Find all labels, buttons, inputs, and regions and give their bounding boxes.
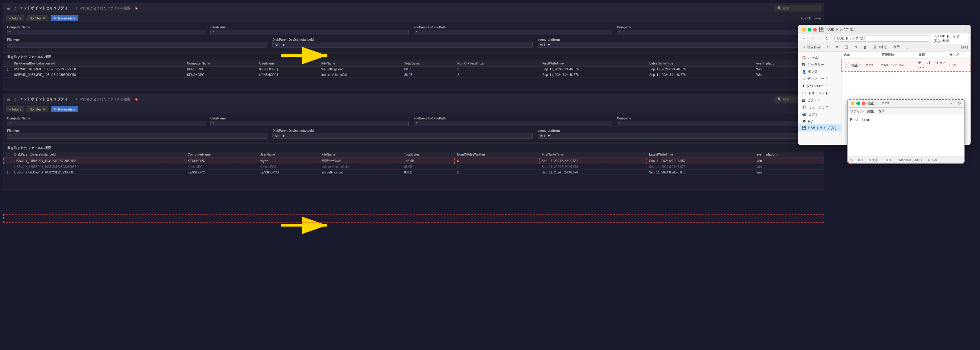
parameters-btn-top[interactable]: ⚙ Parameters bbox=[51, 15, 78, 21]
th-user-top[interactable]: UserName bbox=[257, 61, 319, 67]
filename-value-bottom[interactable]: * bbox=[414, 121, 612, 126]
notepad-edit-menu[interactable]: 編集 bbox=[867, 109, 874, 113]
close-button[interactable] bbox=[813, 28, 817, 32]
sidebar-item-music[interactable]: 🎵 ミュージック bbox=[798, 104, 841, 111]
disk-select-top[interactable]: ALL ▼ bbox=[272, 42, 533, 48]
rename-button[interactable]: ✎ bbox=[853, 45, 859, 50]
forward-button[interactable]: → bbox=[809, 35, 816, 42]
th-disk-top[interactable]: DiskParentDeviceInstanceId bbox=[11, 61, 185, 67]
col-type-header[interactable]: 種類 bbox=[919, 53, 950, 57]
th-latest-write-top[interactable]: LatestWriteTime bbox=[647, 61, 754, 67]
th-first-write-top[interactable]: FirstWriteTime bbox=[540, 61, 647, 67]
sidebar-item-pictures[interactable]: 🖼 ピクチャ bbox=[798, 97, 841, 104]
notepad-view-menu[interactable]: 表示 bbox=[878, 109, 885, 113]
notepad-close-button[interactable] bbox=[862, 102, 865, 105]
filename-value-top[interactable]: * bbox=[414, 30, 612, 35]
row-menu-icon[interactable]: ⋮ bbox=[4, 158, 12, 164]
th-latest-write-bottom[interactable]: LatestWriteTime bbox=[646, 152, 754, 158]
col-name-header[interactable]: 名前 bbox=[844, 53, 881, 57]
disk-select-bottom[interactable]: ALL ▼ bbox=[272, 133, 533, 139]
up-button[interactable]: ↑ bbox=[818, 35, 822, 42]
notepad-settings-icon[interactable]: ⚙ bbox=[958, 101, 961, 105]
back-button[interactable]: ← bbox=[801, 35, 807, 42]
event-platform-select-bottom[interactable]: ALL ▼ bbox=[538, 133, 798, 139]
notepad-content[interactable]: Best line bbox=[848, 115, 964, 155]
row-menu-icon[interactable]: ⋮ bbox=[3, 72, 11, 78]
table-row[interactable]: ⋮ USB\VID_04B8&PID_1031\23122393050058 K… bbox=[3, 67, 824, 72]
table-row[interactable]: ⋮ USB\VID_04B8&PID_1031\23122393050058 K… bbox=[3, 72, 824, 78]
filters-toggle-top[interactable]: ≡ Filters bbox=[6, 15, 24, 21]
th-filename-top[interactable]: FileName bbox=[319, 61, 402, 67]
notepad-max-button[interactable] bbox=[856, 102, 860, 105]
event-platform-select-top[interactable]: ALL ▼ bbox=[538, 42, 798, 48]
sidebar-item-gallery[interactable]: 🖼 ギャラリー bbox=[798, 61, 841, 68]
delete-button[interactable]: 🗑 bbox=[862, 45, 869, 50]
col-size-header[interactable]: サイズ bbox=[950, 53, 968, 57]
filetype-value-top[interactable]: * bbox=[7, 42, 267, 48]
filetype-value-bottom[interactable]: * bbox=[7, 133, 267, 139]
bookmark-icon-bottom[interactable]: 🔖 bbox=[134, 97, 138, 101]
sidebar-item-desktop[interactable]: 🖥 デスクトップ bbox=[798, 75, 841, 82]
view-button[interactable]: 表示 bbox=[891, 44, 902, 50]
th-computer-bottom[interactable]: ComputerName bbox=[185, 152, 257, 158]
notepad-expand-icon[interactable]: ＋ bbox=[949, 101, 953, 106]
company-value-bottom[interactable]: * bbox=[617, 121, 815, 126]
explorer-search[interactable]: 🔍 USB ドライブ (D:)の検索 bbox=[931, 33, 968, 44]
notepad-file-menu[interactable]: ファイル bbox=[850, 109, 864, 113]
th-filename-bottom[interactable]: FileName bbox=[319, 152, 402, 158]
file-row-confidential[interactable]: 📄 機密データ.txt 2024/09/11 9:28 テキスト ドキュメント … bbox=[842, 59, 970, 72]
th-platform-bottom[interactable]: event_platform bbox=[754, 152, 824, 158]
table-row[interactable]: ⋮ USB\VID_04B8&PID_1031\23122393050058 K… bbox=[4, 170, 824, 175]
no-filter-btn-top[interactable]: No filter ▼ bbox=[27, 15, 48, 21]
param-computer-top: ComputerName * bbox=[7, 26, 210, 35]
th-computer-top[interactable]: ComputerName bbox=[185, 61, 257, 67]
new-button[interactable]: ＋ 新規作成 bbox=[801, 44, 822, 50]
th-num-bottom[interactable]: NumOfFilesWritten bbox=[454, 152, 539, 158]
cut-button[interactable]: ✂ bbox=[825, 45, 831, 50]
maximize-button[interactable] bbox=[808, 28, 811, 32]
more-button[interactable]: … bbox=[904, 45, 911, 50]
th-user-bottom[interactable]: UserName bbox=[257, 152, 319, 158]
search-input-top[interactable] bbox=[783, 6, 820, 10]
row-user: Miyoz bbox=[257, 158, 319, 164]
sidebar-item-pc[interactable]: 💻 PC bbox=[798, 118, 841, 125]
sidebar-item-video[interactable]: 📹 ビデオ bbox=[798, 111, 841, 118]
computer-value-bottom[interactable]: * bbox=[7, 121, 205, 126]
username-value-bottom[interactable]: * bbox=[210, 121, 409, 126]
table-body-top: ⋮ USB\VID_04B8&PID_1031\23122393050058 K… bbox=[3, 67, 824, 78]
th-first-write-bottom[interactable]: FirstWriteTime bbox=[539, 152, 646, 158]
search-box-top[interactable]: 🔍 bbox=[775, 5, 821, 11]
notepad-min-button[interactable] bbox=[851, 102, 854, 105]
sidebar-item-documents[interactable]: 📄 ドキュメント bbox=[798, 89, 841, 97]
copy-button[interactable]: ⧉ bbox=[834, 45, 840, 50]
table-row[interactable]: ⋮ USB\VID_04B8&PID_1031\23122393050058 K… bbox=[4, 158, 824, 164]
company-value-top[interactable]: * bbox=[617, 30, 815, 35]
sidebar-item-usb[interactable]: 💾 USB ドライブ (D:) bbox=[798, 125, 841, 131]
minimize-button[interactable] bbox=[802, 28, 806, 32]
th-num-top[interactable]: NumOfFilesWritten bbox=[455, 61, 540, 67]
col-date-header[interactable]: 更新日時 bbox=[881, 53, 919, 57]
row-num: 6 bbox=[454, 158, 539, 164]
sidebar-item-home[interactable]: 🏠 ホーム bbox=[798, 54, 841, 61]
sidebar-item-downloads[interactable]: ⬇ ダウンロード bbox=[798, 82, 841, 89]
row-menu-icon[interactable]: ⋮ bbox=[3, 67, 11, 72]
th-bytes-bottom[interactable]: TotalBytes bbox=[402, 152, 454, 158]
username-value-top[interactable]: * bbox=[210, 30, 409, 35]
table-row[interactable]: ⋮ USB\VID_04B8&PID_1031\23122393050058 K… bbox=[4, 164, 824, 170]
th-bytes-top[interactable]: TotalBytes bbox=[402, 61, 455, 67]
row-menu-icon[interactable]: ⋮ bbox=[4, 170, 12, 175]
bookmark-icon[interactable]: 🔖 bbox=[134, 6, 138, 10]
th-disk-bottom[interactable]: DiskParentDeviceInstanceId bbox=[12, 152, 185, 158]
no-filter-btn-bottom[interactable]: No filter ▼ bbox=[27, 106, 48, 112]
sidebar-item-personal[interactable]: 👤 個人用 bbox=[798, 68, 841, 75]
parameters-btn-bottom[interactable]: ⚙ Parameters bbox=[51, 106, 78, 112]
paste-button[interactable]: 📋 bbox=[842, 45, 850, 50]
gallery-icon: 🖼 bbox=[802, 63, 805, 67]
sort-button[interactable]: 並べ替え bbox=[872, 44, 889, 50]
row-menu-icon[interactable]: ⋮ bbox=[4, 164, 12, 170]
expand-icon[interactable]: ⤢ bbox=[963, 27, 967, 32]
refresh-nav-button[interactable]: ↻ bbox=[824, 35, 830, 42]
explorer-path[interactable]: USB ドライブ (D:) bbox=[834, 35, 929, 42]
computer-value-top[interactable]: * bbox=[7, 30, 205, 35]
filters-toggle-bottom[interactable]: ≡ Filters bbox=[6, 106, 24, 112]
